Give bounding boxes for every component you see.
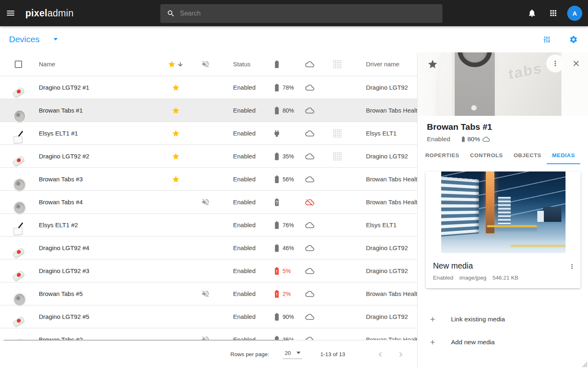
tab-medias[interactable]: MEDIAS [547, 152, 580, 164]
column-name[interactable]: Name [29, 61, 164, 68]
favorite-star-icon[interactable] [172, 129, 180, 138]
link-existing-media-button[interactable]: Link existing media [417, 308, 588, 331]
column-battery[interactable] [263, 60, 298, 69]
favorite-star-icon[interactable] [172, 175, 180, 183]
device-status: Enabled [224, 290, 263, 297]
close-icon[interactable] [572, 59, 581, 68]
tab-objects[interactable]: OBJECTS [508, 152, 547, 164]
favorite-star-icon[interactable] [172, 106, 180, 115]
table-row[interactable]: Dragino LGT92 #5 Enabled 90% Dragino LGT… [0, 305, 417, 328]
battery-percent: 90% [283, 314, 294, 320]
table-body: Dragino LGT92 #1 Enabled 78% Dragino LGT… [0, 76, 417, 341]
notifications-bell-icon[interactable] [525, 6, 539, 20]
pagination-range: 1-13 of 13 [320, 351, 345, 357]
settings-gear-icon[interactable] [566, 32, 581, 47]
previous-page-button[interactable] [375, 350, 385, 359]
next-page-button[interactable] [396, 350, 406, 359]
cloud-icon [304, 244, 315, 253]
table-row[interactable]: Browan Tabs #3 Enabled 56% Browan Tabs H… [0, 168, 417, 191]
device-status: Enabled [224, 153, 263, 160]
tab-properties[interactable]: ROPERTIES [420, 152, 465, 164]
cloud-icon [304, 83, 315, 92]
device-name: Browan Tabs #4 [29, 199, 164, 205]
battery-icon [272, 175, 281, 184]
table-row[interactable]: Browan Tabs #5 Enabled 2% Browan Tabs He… [0, 282, 417, 305]
driver-name: Browan Tabs Healthy [354, 199, 417, 205]
page-title-dropdown[interactable]: Devices [9, 34, 58, 44]
driver-name: Browan Tabs Healthy [354, 107, 417, 114]
table-row[interactable]: Dragino LGT92 #3 Enabled 5% Dragino LGT9… [0, 260, 417, 282]
device-name: Dragino LGT92 #5 [29, 313, 164, 320]
tab-controls[interactable]: CONTROLS [465, 152, 508, 164]
column-cloud[interactable] [298, 60, 321, 69]
resize-handle-icon[interactable] [581, 361, 587, 367]
device-status: Enabled [224, 176, 263, 183]
table-footer: Rows per page: 20 1-13 of 13 [0, 341, 417, 368]
media-card[interactable]: New media Enabled image/jpeg 546.21 KB [426, 172, 581, 288]
filter-tune-icon[interactable] [540, 32, 554, 47]
driver-name: Dragino LGT92 [354, 84, 417, 91]
driver-name: Dragino LGT92 [354, 153, 417, 160]
cloud-off-icon [304, 198, 315, 207]
favorite-star-icon[interactable] [172, 152, 180, 160]
device-name: Dragino LGT92 #2 [29, 153, 164, 160]
cloud-icon [304, 152, 315, 161]
battery-percent: 78% [283, 84, 294, 91]
search-input[interactable] [180, 10, 425, 17]
device-status: Enabled [224, 313, 263, 320]
favorite-star-icon[interactable] [427, 59, 438, 70]
column-status[interactable]: Status [224, 61, 263, 68]
cloud-icon [304, 175, 315, 184]
driver-name: Browan Tabs Healthy [354, 176, 417, 183]
device-status: Enabled [224, 130, 263, 137]
battery-alert-icon [272, 266, 281, 275]
battery-percent: 46% [283, 245, 294, 251]
page-title: Devices [9, 34, 40, 44]
cloud-icon [304, 129, 315, 138]
dropdown-caret-icon [296, 352, 301, 354]
column-driver[interactable]: Driver name [354, 61, 417, 68]
add-new-media-button[interactable]: Add new media [417, 331, 588, 354]
table-row[interactable]: Dragino LGT92 #4 Enabled 46% Dragino LGT… [0, 237, 417, 260]
battery-icon [272, 106, 281, 115]
camera-led [471, 105, 477, 111]
device-name: Browan Tabs #1 [29, 107, 164, 114]
table-row[interactable]: Dragino LGT92 #2 Enabled 35% Dragino LGT… [0, 145, 417, 168]
battery-icon [272, 152, 281, 161]
driver-name: Dragino LGT92 [354, 267, 417, 274]
column-favorite[interactable] [164, 60, 187, 68]
device-status: Enabled [427, 135, 450, 143]
table-row[interactable]: Elsys ELT1 #1 Enabled Elsys ELT1 [0, 122, 417, 145]
select-all-checkbox[interactable] [15, 61, 22, 68]
device-name: Dragino LGT92 #4 [29, 244, 164, 251]
plus-icon [429, 339, 436, 346]
cloud-icon [304, 312, 315, 321]
device-status: Enabled [224, 84, 263, 91]
battery-percent: 2% [283, 291, 291, 297]
table-row[interactable]: Browan Tabs #4 Enabled Browan Tabs Healt… [0, 191, 417, 214]
media-mime-type: image/jpeg [460, 275, 487, 281]
device-name: Dragino LGT92 #1 [29, 84, 164, 91]
more-vert-icon[interactable] [568, 262, 576, 271]
device-status: Enabled [224, 107, 263, 114]
battery-icon [272, 221, 281, 230]
apps-grid-icon[interactable] [546, 6, 561, 20]
menu-icon[interactable] [1, 3, 20, 23]
favorite-star-icon[interactable] [172, 84, 180, 92]
column-dot-grid[interactable] [321, 60, 354, 68]
device-title: Browan Tabs #1 [427, 122, 578, 132]
cloud-icon [304, 60, 315, 69]
table-row[interactable]: Dragino LGT92 #1 Enabled 78% Dragino LGT… [0, 76, 417, 99]
device-name: Browan Tabs #3 [29, 176, 164, 183]
device-status: Enabled [224, 221, 263, 228]
sort-arrow-down-icon [177, 61, 184, 68]
table-row[interactable]: Browan Tabs #1 Enabled 80% Browan Tabs H… [0, 99, 417, 122]
column-muted[interactable] [187, 60, 224, 68]
more-vert-icon[interactable] [551, 59, 559, 68]
table-row[interactable]: Elsys ELT1 #2 Enabled 76% Elsys ELT1 [0, 214, 417, 237]
user-avatar[interactable]: A [567, 6, 582, 21]
favorite-star-icon [168, 60, 176, 68]
device-status: Enabled [224, 267, 263, 274]
rows-per-page-select[interactable]: 20 [283, 350, 302, 359]
table-row[interactable]: Browan Tabs #2 Enabled 35% Browan Tabs H… [0, 328, 417, 341]
